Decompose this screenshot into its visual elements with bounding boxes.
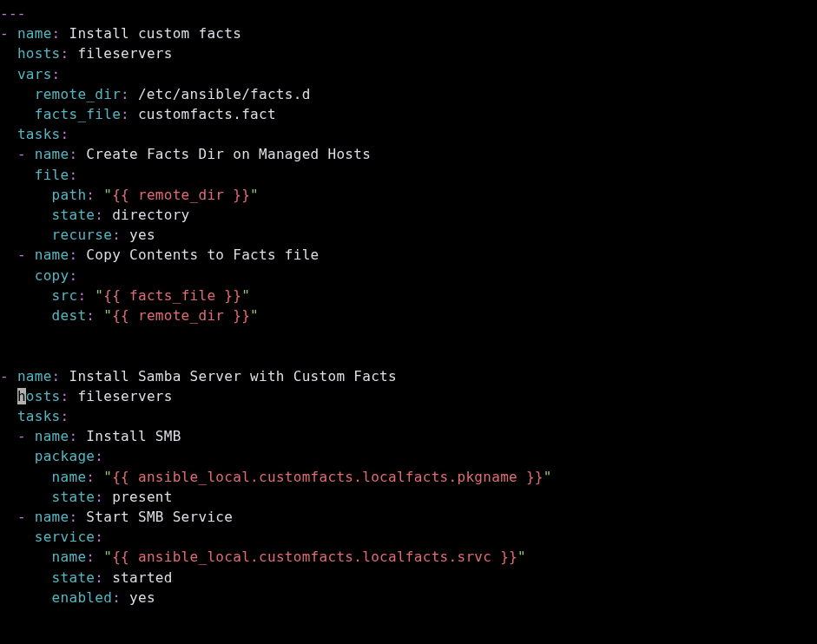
- token-w: [0, 246, 17, 263]
- token-r: {{ facts_file }}: [103, 287, 241, 304]
- token-w: [26, 246, 35, 263]
- token-c: remote_dir: [35, 86, 121, 102]
- token-w: [0, 388, 17, 404]
- token-w: [0, 489, 52, 505]
- token-g: ": [250, 307, 259, 324]
- token-c: state: [52, 207, 96, 223]
- token-c: name: [52, 469, 87, 485]
- token-w: [95, 307, 103, 324]
- token-w: [0, 126, 17, 142]
- token-w: [0, 45, 17, 62]
- token-w: [0, 569, 52, 586]
- token-r: {{ remote_dir }}: [112, 187, 250, 203]
- token-w: [0, 408, 17, 424]
- token-c: name: [52, 549, 87, 565]
- token-w: fileservers: [69, 45, 172, 62]
- token-g: ": [103, 549, 112, 565]
- token-cur: h: [17, 388, 26, 404]
- token-w: [26, 428, 35, 444]
- token-w: [0, 106, 35, 122]
- token-c: name: [17, 368, 52, 384]
- token-g: ": [241, 287, 250, 304]
- token-w: [26, 509, 35, 525]
- token-p: -: [0, 368, 9, 384]
- token-c: recurse: [52, 227, 113, 243]
- token-c: name: [17, 25, 52, 42]
- token-p: :: [61, 45, 69, 62]
- token-c: enabled: [52, 589, 113, 606]
- token-w: yes: [121, 227, 155, 243]
- token-w: yes: [121, 589, 155, 606]
- token-w: [0, 167, 35, 183]
- token-c: dest: [52, 307, 87, 324]
- token-g: ": [544, 469, 552, 485]
- code-editor[interactable]: --- - name: Install custom facts hosts: …: [0, 0, 817, 608]
- token-p: :: [95, 448, 103, 464]
- token-p: :: [86, 549, 95, 565]
- token-w: [95, 469, 103, 485]
- token-w: fileservers: [69, 388, 172, 404]
- token-w: [0, 86, 35, 102]
- token-p: -: [17, 246, 26, 263]
- token-p: :: [86, 187, 95, 203]
- token-p: :: [86, 469, 95, 485]
- token-p: :: [95, 529, 103, 545]
- token-w: Create Facts Dir on Managed Hosts: [77, 146, 371, 162]
- token-w: [0, 207, 52, 223]
- token-p: :: [61, 126, 69, 142]
- token-w: Install custom facts: [61, 25, 242, 42]
- token-c: path: [52, 187, 87, 203]
- token-w: [0, 589, 52, 606]
- token-p: :: [52, 66, 61, 82]
- token-p: :: [86, 307, 95, 324]
- token-p: :: [95, 207, 103, 223]
- token-p: :: [69, 428, 77, 444]
- token-c: package: [35, 448, 96, 464]
- token-p: :: [69, 167, 77, 183]
- token-w: [0, 267, 35, 284]
- token-g: ": [95, 287, 103, 304]
- token-w: /etc/ansible/facts.d: [129, 86, 311, 102]
- token-c: tasks: [17, 126, 61, 142]
- token-w: [9, 25, 17, 42]
- token-c: state: [52, 489, 96, 505]
- token-w: [0, 448, 35, 464]
- token-w: [86, 287, 95, 304]
- token-c: osts: [26, 388, 61, 404]
- token-c: service: [35, 529, 96, 545]
- token-p: :: [77, 287, 86, 304]
- token-w: [0, 469, 52, 485]
- token-w: [0, 187, 52, 203]
- token-w: [95, 549, 103, 565]
- token-p: :: [61, 408, 69, 424]
- token-p: -: [0, 25, 9, 42]
- token-w: [0, 347, 9, 364]
- token-w: [0, 227, 52, 243]
- token-p: :: [121, 106, 129, 122]
- token-c: facts_file: [35, 106, 121, 122]
- token-c: name: [35, 146, 69, 162]
- token-p: -: [17, 509, 26, 525]
- token-p: :: [112, 589, 121, 606]
- token-g: ": [517, 549, 526, 565]
- token-p: :: [69, 509, 77, 525]
- token-g: ": [250, 187, 259, 203]
- token-w: Copy Contents to Facts file: [77, 246, 319, 263]
- token-p: :: [95, 569, 103, 586]
- token-p: :: [121, 86, 129, 102]
- token-c: file: [35, 167, 69, 183]
- token-w: [0, 529, 35, 545]
- token-p: :: [69, 146, 77, 162]
- token-g: ": [103, 187, 112, 203]
- token-p: ---: [0, 5, 26, 22]
- token-p: :: [61, 388, 69, 404]
- token-r: {{ ansible_local.customfacts.localfacts.…: [112, 549, 517, 565]
- token-c: name: [35, 509, 69, 525]
- token-w: directory: [103, 207, 189, 223]
- token-p: -: [17, 428, 26, 444]
- token-g: ": [103, 307, 112, 324]
- token-p: -: [17, 146, 26, 162]
- token-p: :: [69, 246, 77, 263]
- token-w: Start SMB Service: [77, 509, 233, 525]
- token-c: vars: [17, 66, 52, 82]
